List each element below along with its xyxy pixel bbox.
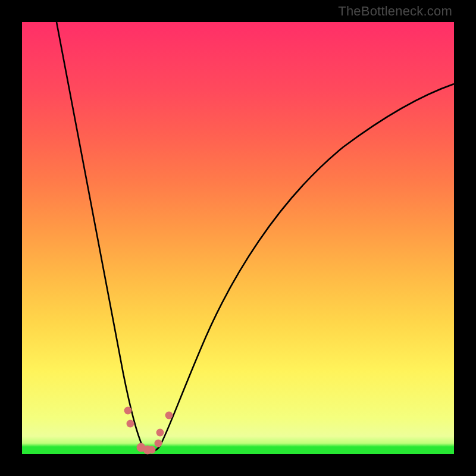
bottleneck-curve [22,22,454,454]
marker-dot [126,420,134,428]
plot-area [22,22,454,454]
marker-dot [148,446,155,453]
marker-dot [156,428,164,436]
marker-dot [154,439,162,447]
curve-path [57,22,454,452]
chart-frame: TheBottleneck.com [0,0,476,476]
marker-dot [143,445,152,454]
marker-dot [136,443,145,452]
watermark-text: TheBottleneck.com [338,4,452,19]
marker-dot [124,407,131,415]
marker-dot [165,411,173,419]
